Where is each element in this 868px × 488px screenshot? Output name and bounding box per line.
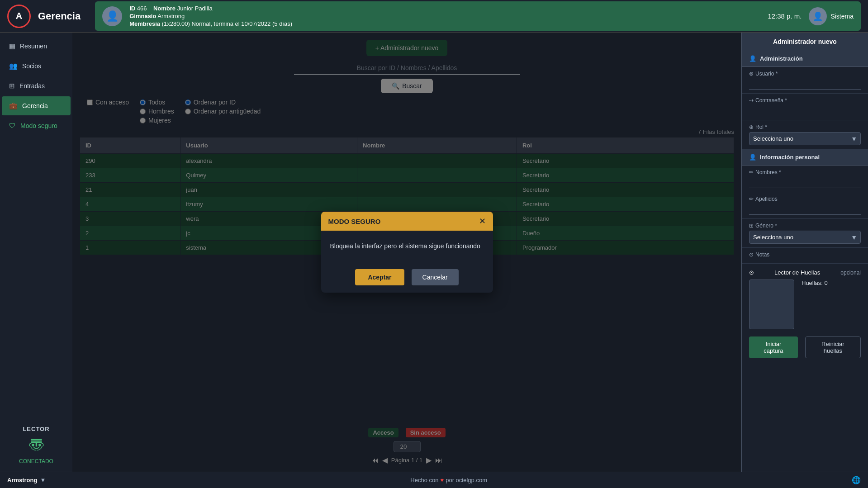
- member-gimnasio: Gimnasio Armstrong: [129, 13, 292, 19]
- right-panel-title: Administrador nuevo: [742, 33, 868, 51]
- opcional-label: opcional: [840, 270, 861, 276]
- fingerprint-section-icon: ⊙: [749, 269, 754, 276]
- contrasena-label: ⇢ Contraseña *: [749, 97, 861, 104]
- sidebar-item-gerencia[interactable]: 💼 Gerencia: [2, 96, 71, 115]
- rol-select[interactable]: Selecciona uno Secretario Dueño Programa…: [749, 132, 861, 145]
- fingerprint-section: ⊙ Lector de Huellas opcional Huellas: 0 …: [742, 264, 868, 364]
- huellas-count: Huellas: 0: [802, 280, 828, 286]
- modal-close-button[interactable]: ✕: [479, 217, 486, 225]
- footer-gym-name: Armstrong: [7, 477, 37, 483]
- notas-label: ⊙ Notas: [749, 251, 861, 258]
- member-membresia: Membresia (1x280.00) Normal, termina el …: [129, 20, 292, 27]
- sidebar-label-modo-seguro: Modo seguro: [20, 122, 57, 129]
- personal-section-label: Información personal: [760, 154, 820, 161]
- lector-label: LECTOR: [23, 426, 49, 432]
- sidebar-label-resumen: Resumen: [20, 43, 47, 50]
- right-panel: Administrador nuevo 👤 Administración ⊛ U…: [741, 33, 868, 472]
- member-details: ID 466 Nombre Junior Padilla Gimnasio Ar…: [129, 5, 292, 27]
- nombres-label: ✏ Nombres *: [749, 169, 861, 175]
- footer: Armstrong ▼ Hecho con ♥ por ocielgp.com …: [0, 472, 868, 488]
- sidebar-label-gerencia: Gerencia: [22, 102, 48, 109]
- field-genero: ⊞ Género * Selecciona uno Masculino Feme…: [742, 219, 868, 248]
- genero-select-wrapper: Selecciona uno Masculino Femenino ▼: [749, 231, 861, 244]
- rol-select-wrapper: Selecciona uno Secretario Dueño Programa…: [749, 132, 861, 145]
- sidebar-label-entradas: Entradas: [19, 82, 45, 90]
- sidebar-item-socios[interactable]: 👥 Socios: [2, 57, 71, 76]
- usuario-input[interactable]: [749, 79, 861, 90]
- field-nombres: ✏ Nombres *: [742, 166, 868, 192]
- field-apellidos: ✏ Apellidos: [742, 192, 868, 219]
- admin-section-label: Administración: [760, 55, 803, 62]
- sidebar-item-entradas[interactable]: ⊞ Entradas: [2, 76, 71, 95]
- fingerprint-icon: 〠: [28, 434, 44, 456]
- entradas-icon: ⊞: [9, 82, 15, 90]
- iniciar-captura-button[interactable]: Iniciar captura: [749, 336, 798, 358]
- modal-body: Bloquea la interfaz pero el sistema sigu…: [321, 231, 493, 262]
- modal-header: MODO SEGURO ✕: [321, 212, 493, 231]
- sidebar: ▦ Resumen 👥 Socios ⊞ Entradas 💼 Gerencia…: [0, 33, 72, 472]
- member-info-bar: 👤 ID 466 Nombre Junior Padilla Gimnasio …: [95, 1, 861, 31]
- credit-text-1: Hecho con: [410, 477, 438, 483]
- modo-seguro-icon: 🛡: [9, 122, 16, 129]
- fingerprint-title-row: ⊙ Lector de Huellas opcional: [749, 269, 861, 276]
- nombres-input[interactable]: [749, 177, 861, 188]
- footer-gym[interactable]: Armstrong ▼: [7, 477, 46, 483]
- footer-gym-arrow: ▼: [40, 477, 46, 483]
- header: A Gerencia 👤 ID 466 Nombre Junior Padill…: [0, 0, 868, 33]
- field-contrasena: ⇢ Contraseña *: [742, 94, 868, 120]
- fingerprint-box: [749, 280, 794, 329]
- apellidos-input[interactable]: [749, 204, 861, 215]
- modal-body-text: Bloquea la interfaz pero el sistema sigu…: [330, 242, 480, 250]
- member-id: ID 466 Nombre Junior Padilla: [129, 5, 292, 12]
- socios-icon: 👥: [9, 62, 18, 70]
- system-label: Sistema: [830, 13, 854, 20]
- modal-dialog: MODO SEGURO ✕ Bloquea la interfaz pero e…: [321, 212, 493, 293]
- admin-section-icon: 👤: [749, 55, 756, 62]
- reiniciar-huellas-button[interactable]: Reiniciar huellas: [805, 336, 861, 358]
- logo: A: [7, 5, 31, 28]
- gerencia-icon: 💼: [9, 102, 18, 110]
- sidebar-bottom: LECTOR 〠 CONECTADO: [0, 418, 72, 472]
- rol-label: ⊕ Rol *: [749, 124, 861, 130]
- header-time: 12:38 p. m.: [768, 12, 802, 20]
- personal-section-icon: 👤: [749, 154, 756, 161]
- modal-title: MODO SEGURO: [328, 218, 381, 225]
- fingerprint-section-label: Lector de Huellas: [774, 269, 820, 276]
- section-admin: 👤 Administración: [742, 51, 868, 67]
- layout: ▦ Resumen 👥 Socios ⊞ Entradas 💼 Gerencia…: [0, 33, 868, 472]
- system-avatar: 👤: [809, 7, 827, 25]
- field-notas: ⊙ Notas: [742, 248, 868, 264]
- main-content: + Administrador nuevo 🔍 Buscar Con acces…: [72, 33, 741, 472]
- header-system: 👤 Sistema: [809, 7, 854, 25]
- sidebar-label-socios: Socios: [22, 62, 41, 70]
- credit-text-2: por ocielgp.com: [446, 477, 487, 483]
- field-rol: ⊕ Rol * Selecciona uno Secretario Dueño …: [742, 120, 868, 149]
- section-personal: 👤 Información personal: [742, 149, 868, 166]
- contrasena-input[interactable]: [749, 105, 861, 116]
- field-usuario: ⊛ Usuario *: [742, 67, 868, 94]
- logo-text: A: [16, 11, 22, 21]
- sidebar-item-resumen[interactable]: ▦ Resumen: [2, 37, 71, 56]
- apellidos-label: ✏ Apellidos: [749, 196, 861, 202]
- genero-label: ⊞ Género *: [749, 223, 861, 229]
- fingerprint-info: Huellas: 0: [802, 280, 828, 286]
- footer-credit: Hecho con ♥ por ocielgp.com: [410, 477, 487, 483]
- page-title: Gerencia: [38, 10, 81, 22]
- conectado-label: CONECTADO: [19, 458, 53, 464]
- modal-overlay: MODO SEGURO ✕ Bloquea la interfaz pero e…: [72, 33, 741, 472]
- member-avatar: 👤: [102, 6, 122, 26]
- sidebar-item-modo-seguro[interactable]: 🛡 Modo seguro: [2, 116, 71, 135]
- resumen-icon: ▦: [9, 42, 15, 50]
- heart-icon: ♥: [440, 477, 444, 483]
- modal-footer: Aceptar Cancelar: [321, 262, 493, 293]
- globe-icon: 🌐: [852, 476, 861, 484]
- usuario-label: ⊛ Usuario *: [749, 71, 861, 77]
- genero-select[interactable]: Selecciona uno Masculino Femenino: [749, 231, 861, 244]
- modal-aceptar-button[interactable]: Aceptar: [355, 269, 404, 285]
- modal-cancelar-button[interactable]: Cancelar: [412, 269, 459, 285]
